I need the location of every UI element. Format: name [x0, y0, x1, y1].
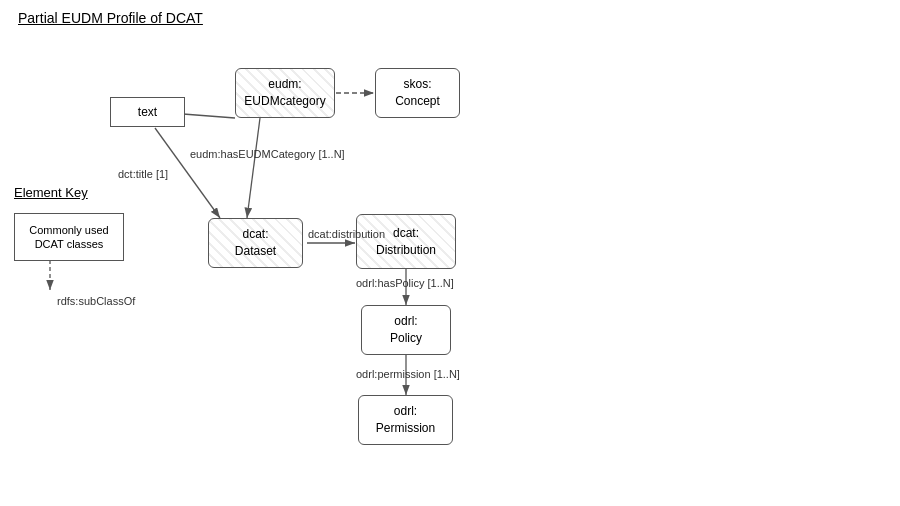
text-label: text	[138, 104, 157, 121]
odrl-policy-node: odrl:Policy	[361, 305, 451, 355]
eudm-has-category-label: eudm:hasEUDMCategory [1..N]	[190, 148, 345, 160]
eudm-category-label: eudm:EUDMcategory	[244, 76, 325, 110]
dcat-dataset-node: dcat:Dataset	[208, 218, 303, 268]
dcat-distribution-node: dcat:Distribution	[356, 214, 456, 269]
skos-concept-node: skos:Concept	[375, 68, 460, 118]
odrl-has-policy-label: odrl:hasPolicy [1..N]	[356, 277, 454, 289]
dcat-dataset-label: dcat:Dataset	[235, 226, 276, 260]
skos-concept-label: skos:Concept	[395, 76, 440, 110]
element-key-title: Element Key	[14, 185, 88, 200]
dcat-distribution-edge-label: dcat:distribution	[308, 228, 385, 240]
commonly-used-label: Commonly usedDCAT classes	[29, 223, 108, 252]
page-title: Partial EUDM Profile of DCAT	[18, 10, 203, 26]
text-node: text	[110, 97, 185, 127]
odrl-permission-label: odrl:permission [1..N]	[356, 368, 460, 380]
dct-title-label: dct:title [1]	[118, 168, 168, 180]
rdfs-subclassof-label: rdfs:subClassOf	[57, 295, 135, 307]
svg-line-3	[247, 118, 260, 218]
odrl-permission-node: odrl:Permission	[358, 395, 453, 445]
odrl-policy-label: odrl:Policy	[390, 313, 422, 347]
odrl-permission-label: odrl:Permission	[376, 403, 435, 437]
commonly-used-node: Commonly usedDCAT classes	[14, 213, 124, 261]
eudm-category-node: eudm:EUDMcategory	[235, 68, 335, 118]
